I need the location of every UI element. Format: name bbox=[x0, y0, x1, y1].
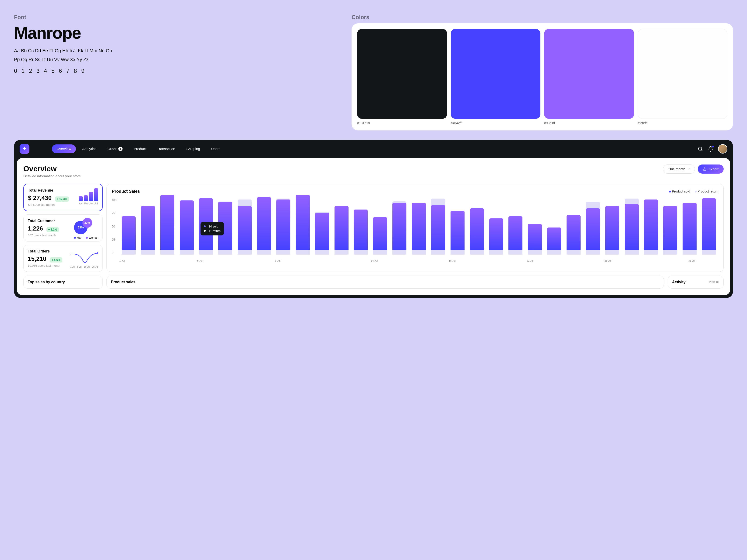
font-section: Font Manrope Aa Bb Cc Dd Ee Ff Gg Hh Ii … bbox=[14, 14, 338, 130]
colors-section: Colors #131619 #4642ff #9361ff #fefefe bbox=[352, 14, 733, 130]
nav-users[interactable]: Users bbox=[207, 144, 225, 153]
logo[interactable] bbox=[20, 144, 29, 154]
chevron-down-icon bbox=[687, 167, 690, 170]
product-sales-card: Product sales bbox=[106, 275, 664, 289]
customer-pie: 63%37% ManWoman bbox=[74, 218, 98, 239]
chart-tooltip: 84 sold 11 return bbox=[201, 222, 224, 235]
chart-legend: Product sold Product return bbox=[669, 189, 718, 193]
nav-shipping[interactable]: Shipping bbox=[182, 144, 205, 153]
revenue-mini-chart bbox=[79, 188, 98, 202]
svg-point-3 bbox=[97, 252, 98, 254]
revenue-delta: + 12,3% bbox=[55, 196, 69, 202]
upload-icon bbox=[703, 167, 706, 171]
font-sample-1: Aa Bb Cc Dd Ee Ff Gg Hh Ii Jj Kk Ll Mm N… bbox=[14, 47, 338, 54]
activity-card: View allActivity bbox=[668, 275, 724, 289]
nav-order[interactable]: Order1 bbox=[103, 144, 127, 153]
page-title: Overview bbox=[23, 164, 81, 173]
orders-value: 15,210 bbox=[28, 255, 47, 263]
svg-line-1 bbox=[701, 150, 702, 151]
nav-overview[interactable]: Overview bbox=[52, 144, 76, 153]
product-sales-chart: Product Sales Product sold Product retur… bbox=[106, 184, 724, 272]
y-axis: 1007550250 bbox=[112, 198, 119, 259]
nav-transaction[interactable]: Transaction bbox=[152, 144, 180, 153]
customer-value: 1,226 bbox=[28, 225, 43, 232]
main-nav: Overview Analytics Order1 Product Transa… bbox=[52, 144, 225, 153]
orders-delta: + 5,6% bbox=[50, 257, 62, 263]
svg-point-0 bbox=[698, 147, 702, 150]
swatch-white bbox=[638, 29, 728, 119]
font-name: Manrope bbox=[14, 23, 338, 43]
order-badge: 1 bbox=[118, 147, 123, 151]
avatar[interactable] bbox=[718, 144, 727, 154]
swatch-dark bbox=[357, 29, 447, 119]
period-select[interactable]: This month bbox=[663, 164, 695, 174]
topbar: Overview Analytics Order1 Product Transa… bbox=[14, 140, 733, 158]
font-numbers: 0 1 2 3 4 5 6 7 8 9 bbox=[14, 68, 338, 74]
font-sample-2: Pp Qq Rr Ss Tt Uu Vv Ww Xx Yy Zz bbox=[14, 56, 338, 63]
swatch-purple bbox=[544, 29, 634, 119]
font-label: Font bbox=[14, 14, 338, 21]
nav-product[interactable]: Product bbox=[129, 144, 151, 153]
orders-sparkline bbox=[70, 250, 98, 265]
top-sales-card: Top sales by country bbox=[23, 275, 103, 289]
revenue-value: $ 27,430 bbox=[28, 194, 52, 202]
customer-card[interactable]: Total Customer 1,226 + 2,2% 567 users la… bbox=[23, 214, 103, 241]
customer-delta: + 2,2% bbox=[47, 227, 59, 232]
content: Overview Detailed information about your… bbox=[17, 158, 730, 295]
search-icon[interactable] bbox=[697, 146, 703, 152]
page-subtitle: Detailed information about your store bbox=[23, 174, 81, 178]
sparkle-icon bbox=[22, 146, 27, 152]
view-all-link[interactable]: View all bbox=[709, 280, 719, 284]
export-button[interactable]: Export bbox=[698, 164, 724, 174]
orders-card[interactable]: Total Orders 15,210 + 5,6% 10,056 users … bbox=[23, 245, 103, 272]
color-palette: #131619 #4642ff #9361ff #fefefe bbox=[352, 23, 733, 130]
dashboard-app: Overview Analytics Order1 Product Transa… bbox=[14, 140, 733, 298]
nav-analytics[interactable]: Analytics bbox=[78, 144, 101, 153]
swatch-blue bbox=[451, 29, 541, 119]
colors-label: Colors bbox=[352, 14, 733, 21]
revenue-card[interactable]: Total Revenue $ 27,430 + 12,3% $ 24,000 … bbox=[23, 184, 103, 211]
bell-icon[interactable] bbox=[708, 146, 713, 152]
